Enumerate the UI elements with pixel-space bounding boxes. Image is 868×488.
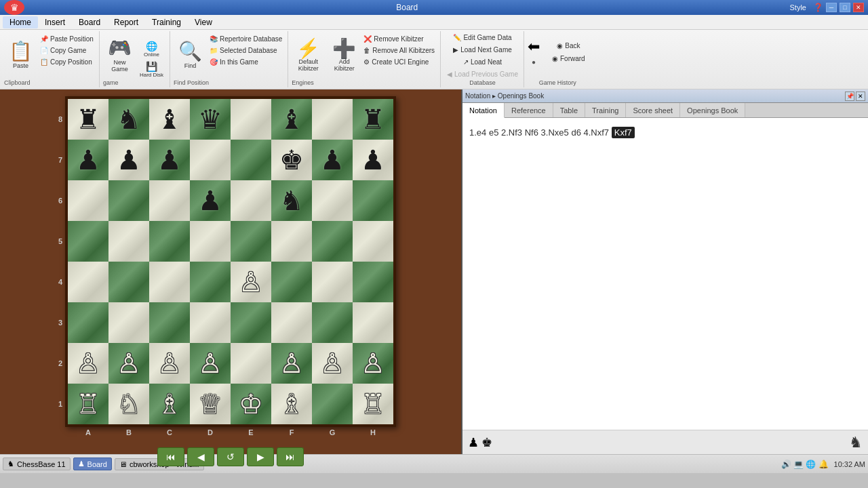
move-4nxf7[interactable]: 4.Nxf7 bbox=[584, 127, 610, 138]
sq-h2[interactable]: ♙ bbox=[353, 343, 393, 384]
sq-g4[interactable] bbox=[312, 262, 353, 302]
sq-b5[interactable] bbox=[108, 221, 149, 262]
sq-b7[interactable]: ♟ bbox=[108, 140, 149, 180]
remove-kibitzer-button[interactable]: ❌ Remove Kibitzer bbox=[361, 34, 437, 44]
sq-e7[interactable] bbox=[231, 140, 271, 180]
move-1e4[interactable]: 1.e4 bbox=[469, 127, 486, 138]
create-uci-button[interactable]: ⚙ Create UCI Engine bbox=[361, 57, 437, 67]
sq-h5[interactable] bbox=[353, 221, 393, 262]
sq-a8[interactable]: ♜ bbox=[68, 99, 108, 140]
sq-f2[interactable]: ♙ bbox=[271, 343, 312, 384]
maximize-button[interactable]: □ bbox=[840, 3, 850, 12]
sq-c7[interactable]: ♟ bbox=[149, 140, 190, 180]
move-d6[interactable]: d6 bbox=[571, 127, 580, 138]
edit-game-data-button[interactable]: ✏️ Edit Game Data bbox=[450, 33, 514, 43]
sq-d3[interactable] bbox=[190, 302, 231, 343]
sq-c2[interactable]: ♙ bbox=[149, 343, 190, 384]
sq-g5[interactable] bbox=[312, 221, 353, 262]
load-next-game-button[interactable]: ▶ Load Next Game bbox=[450, 45, 515, 55]
load-prev-game-button[interactable]: ◀ Load Previous Game bbox=[444, 69, 521, 79]
sq-f3[interactable] bbox=[271, 302, 312, 343]
sq-f5[interactable] bbox=[271, 221, 312, 262]
sq-g1[interactable] bbox=[312, 384, 353, 424]
menu-board[interactable]: Board bbox=[72, 16, 107, 28]
forward-button[interactable]: ◉ Forward bbox=[549, 54, 588, 64]
panel-close-button[interactable]: ✕ bbox=[856, 92, 865, 101]
sq-a3[interactable] bbox=[68, 302, 108, 343]
find-position-button[interactable]: 🔍 Find bbox=[174, 33, 207, 79]
sq-d2[interactable]: ♙ bbox=[190, 343, 231, 384]
close-button[interactable]: ✕ bbox=[853, 3, 864, 12]
move-e5[interactable]: e5 bbox=[489, 127, 498, 138]
sq-b2[interactable]: ♙ bbox=[108, 343, 149, 384]
sq-h7[interactable]: ♟ bbox=[353, 140, 393, 180]
sq-c5[interactable] bbox=[149, 221, 190, 262]
online-button[interactable]: 🌐 Online bbox=[136, 39, 167, 58]
move-nf6[interactable]: Nf6 bbox=[525, 127, 538, 138]
taskbar-board[interactable]: ♟ Board bbox=[73, 458, 112, 470]
sq-g6[interactable] bbox=[312, 180, 353, 221]
sq-f1[interactable]: ♗ bbox=[271, 384, 312, 424]
minimize-button[interactable]: ─ bbox=[826, 3, 837, 12]
copy-position-button[interactable]: 📋 Copy Position bbox=[37, 57, 96, 67]
sq-e3[interactable] bbox=[231, 302, 271, 343]
load-neat-button[interactable]: ↗ Load Neat bbox=[460, 57, 505, 67]
taskbar-chessbase[interactable]: ♞ ChessBase 11 bbox=[3, 458, 71, 470]
hard-disk-button[interactable]: 💾 Hard Disk bbox=[136, 60, 167, 79]
sq-e6[interactable] bbox=[231, 180, 271, 221]
rotate-board-button[interactable]: ↺ bbox=[217, 447, 244, 466]
next-move-button[interactable]: ▶ bbox=[247, 447, 274, 466]
sq-b1[interactable]: ♘ bbox=[108, 384, 149, 424]
paste-position-button[interactable]: 📌 Paste Position bbox=[37, 34, 96, 44]
paste-button[interactable]: 📋 Paste bbox=[4, 33, 37, 79]
repertoire-db-button[interactable]: 📚 Repertoire Database bbox=[207, 34, 285, 44]
sq-d5[interactable] bbox=[190, 221, 231, 262]
move-kxf7[interactable]: Kxf7 bbox=[612, 127, 635, 138]
notation-content[interactable]: 1.e4 e5 2.Nf3 Nf6 3.Nxe5 d6 4.Nxf7 Kxf7 bbox=[462, 118, 868, 430]
sq-a1[interactable]: ♖ bbox=[68, 384, 108, 424]
sq-a2[interactable]: ♙ bbox=[68, 343, 108, 384]
default-kibitzer-button[interactable]: ⚡ DefaultKibitzer bbox=[292, 33, 325, 79]
chess-board[interactable]: ♜ ♞ ♝ ♛ ♝ ♜ ♟ ♟ ♟ ♚ ♟ ♟ bbox=[68, 99, 393, 424]
sq-e8[interactable] bbox=[231, 99, 271, 140]
sq-f7[interactable]: ♚ bbox=[271, 140, 312, 180]
sq-d6[interactable]: ♟ bbox=[190, 180, 231, 221]
sq-f4[interactable] bbox=[271, 262, 312, 302]
new-game-button[interactable]: 🎮 NewGame bbox=[103, 33, 136, 79]
sq-b4[interactable] bbox=[108, 262, 149, 302]
remove-all-kibitzer-button[interactable]: 🗑 Remove All Kibitzers bbox=[361, 45, 437, 56]
tab-reference[interactable]: Reference bbox=[505, 103, 553, 117]
help-icon[interactable]: ❓ bbox=[813, 3, 823, 12]
sq-h6[interactable] bbox=[353, 180, 393, 221]
sq-g7[interactable]: ♟ bbox=[312, 140, 353, 180]
add-kibitzer-button[interactable]: ➕ AddKibitzer bbox=[328, 33, 361, 79]
panel-pin-button[interactable]: 📌 bbox=[845, 92, 854, 101]
style-label[interactable]: Style bbox=[790, 3, 806, 12]
sq-h4[interactable] bbox=[353, 262, 393, 302]
sq-h8[interactable]: ♜ bbox=[353, 99, 393, 140]
prev-move-button[interactable]: ◀ bbox=[187, 447, 214, 466]
copy-game-button[interactable]: 📄 Copy Game bbox=[37, 45, 96, 56]
sq-c8[interactable]: ♝ bbox=[149, 99, 190, 140]
sq-h1[interactable]: ♖ bbox=[353, 384, 393, 424]
sq-d4[interactable] bbox=[190, 262, 231, 302]
tab-openings-book[interactable]: Openings Book bbox=[680, 103, 745, 117]
tab-table[interactable]: Table bbox=[553, 103, 585, 117]
in-this-game-button[interactable]: 🎯 In this Game bbox=[207, 57, 285, 67]
sq-h3[interactable] bbox=[353, 302, 393, 343]
sq-e1[interactable]: ♔ bbox=[231, 384, 271, 424]
menu-home[interactable]: Home bbox=[3, 16, 38, 28]
sq-c3[interactable] bbox=[149, 302, 190, 343]
sq-e5[interactable] bbox=[231, 221, 271, 262]
sq-b3[interactable] bbox=[108, 302, 149, 343]
sq-e4[interactable]: ♙ bbox=[231, 262, 271, 302]
sq-a5[interactable] bbox=[68, 221, 108, 262]
menu-training[interactable]: Training bbox=[145, 16, 188, 28]
sq-d7[interactable] bbox=[190, 140, 231, 180]
last-move-button[interactable]: ⏭ bbox=[277, 447, 304, 466]
sq-b8[interactable]: ♞ bbox=[108, 99, 149, 140]
sq-c6[interactable] bbox=[149, 180, 190, 221]
menu-insert[interactable]: Insert bbox=[38, 16, 72, 28]
sq-d1[interactable]: ♕ bbox=[190, 384, 231, 424]
move-3nxe5[interactable]: 3.Nxe5 bbox=[541, 127, 569, 138]
